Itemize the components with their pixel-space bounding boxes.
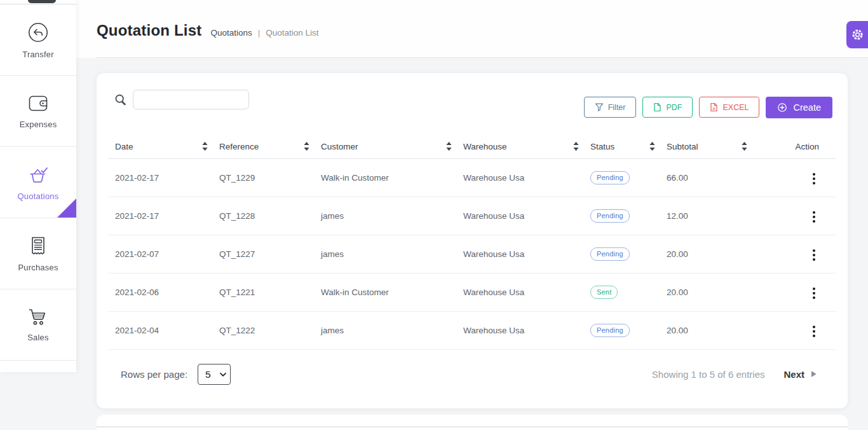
sidebar-item-sales[interactable]: Sales — [0, 289, 76, 361]
cell-subtotal: 12.00 — [660, 197, 752, 235]
cell-subtotal: 20.00 — [660, 311, 752, 349]
sidebar-item-quotations[interactable]: Quotations — [0, 147, 76, 218]
filter-button[interactable]: Filter — [584, 97, 637, 118]
content: Filter PDF — [76, 58, 868, 430]
transfer-icon — [27, 21, 50, 44]
table-row: 2021-02-07 QT_1227 james Warehouse Usa P… — [109, 235, 836, 273]
column-header-warehouse[interactable]: Warehouse — [457, 135, 584, 158]
sort-icon[interactable] — [304, 142, 309, 151]
column-header-status[interactable]: Status — [584, 135, 660, 158]
cell-customer: james — [315, 235, 457, 273]
table-row: 2021-02-06 QT_1221 Walk-in Customer Ware… — [109, 273, 836, 311]
cell-warehouse: Warehouse Usa — [457, 273, 584, 311]
cell-customer: james — [315, 197, 457, 235]
receipt-icon — [27, 235, 49, 257]
funnel-icon — [595, 103, 604, 111]
pagination-right: Showing 1 to 5 of 6 entries Next — [652, 369, 817, 380]
sidebar-item-label: Transfer — [22, 50, 54, 59]
wallet-icon — [27, 93, 50, 114]
plus-circle-icon — [777, 102, 787, 113]
rows-per-page-label: Rows per page: — [121, 369, 187, 380]
row-actions-menu-button[interactable] — [809, 209, 819, 225]
rows-per-page: Rows per page: 5 — [121, 364, 231, 385]
sidebar-item-purchases[interactable]: Purchases — [0, 218, 76, 289]
cell-warehouse: Warehouse Usa — [457, 311, 584, 349]
column-header-customer[interactable]: Customer — [315, 135, 457, 158]
sort-icon[interactable] — [446, 142, 452, 151]
excel-button-label: EXCEL — [722, 103, 749, 112]
pdf-button[interactable]: PDF — [642, 97, 693, 118]
row-actions-menu-button[interactable] — [809, 170, 819, 187]
cell-date: 2021-02-17 — [109, 158, 213, 197]
cell-date: 2021-02-04 — [109, 311, 213, 349]
pagination-footer: Rows per page: 5 Showing 1 to 5 of 6 ent… — [97, 350, 848, 385]
excel-file-icon — [710, 102, 718, 112]
cell-reference: QT_1222 — [213, 311, 315, 349]
table-row: 2021-02-17 QT_1229 Walk-in Customer Ware… — [109, 158, 836, 197]
cell-reference: QT_1221 — [213, 273, 315, 311]
breadcrumb-item-quotations[interactable]: Quotations — [210, 28, 252, 38]
page-title: Quotation List — [97, 22, 201, 39]
table-row: 2021-02-04 QT_1222 james Warehouse Usa P… — [109, 311, 836, 349]
sidebar-item-label: Expenses — [20, 120, 57, 129]
next-button-label: Next — [783, 369, 804, 380]
cell-date: 2021-02-07 — [109, 235, 213, 273]
row-actions-menu-button[interactable] — [809, 285, 819, 302]
cell-customer: Walk-in Customer — [315, 273, 457, 311]
chevron-right-icon — [810, 370, 817, 378]
next-section-divider — [97, 415, 848, 427]
active-corner-triangle — [57, 198, 76, 218]
cell-date: 2021-02-06 — [109, 273, 213, 311]
cell-warehouse: Warehouse Usa — [457, 158, 584, 197]
showing-entries-text: Showing 1 to 5 of 6 entries — [652, 369, 765, 380]
status-badge: Sent — [590, 286, 618, 299]
sort-icon[interactable] — [573, 142, 579, 151]
filter-button-label: Filter — [608, 103, 626, 112]
create-button-label: Create — [793, 102, 821, 113]
cell-reference: QT_1227 — [213, 235, 315, 273]
sidebar-item-label: Sales — [27, 333, 49, 342]
row-actions-menu-button[interactable] — [809, 247, 819, 263]
next-page-button[interactable]: Next — [783, 369, 817, 380]
pdf-file-icon — [653, 102, 661, 112]
sort-icon[interactable] — [202, 142, 208, 151]
excel-button[interactable]: EXCEL — [699, 97, 759, 118]
quotation-table: Date Reference Customer Warehouse Status… — [109, 135, 836, 350]
pdf-button-label: PDF — [666, 103, 682, 112]
column-header-date[interactable]: Date — [109, 135, 213, 158]
breadcrumb-separator: | — [258, 28, 261, 38]
cell-date: 2021-02-17 — [109, 197, 213, 235]
cell-subtotal: 66.00 — [660, 158, 752, 197]
cart-icon — [27, 307, 50, 327]
cell-reference: QT_1229 — [213, 158, 315, 197]
settings-button[interactable] — [846, 21, 868, 48]
row-actions-menu-button[interactable] — [809, 323, 819, 340]
breadcrumb: Quotations | Quotation List — [210, 28, 318, 38]
next-section-partial — [97, 415, 848, 430]
sort-icon[interactable] — [742, 142, 747, 151]
sort-icon[interactable] — [649, 142, 655, 151]
sidebar: Transfer Expenses Quotati — [0, 0, 76, 372]
cell-warehouse: Warehouse Usa — [457, 197, 584, 235]
gear-icon — [851, 28, 864, 41]
toolbar-buttons: Filter PDF — [584, 97, 832, 118]
search-icon — [114, 94, 127, 106]
sidebar-item-transfer[interactable]: Transfer — [0, 4, 76, 76]
column-header-reference[interactable]: Reference — [213, 135, 315, 158]
create-button[interactable]: Create — [766, 97, 832, 118]
sidebar-item-label: Purchases — [18, 263, 58, 272]
search-input[interactable] — [133, 90, 249, 109]
status-badge: Pending — [590, 324, 630, 337]
column-header-subtotal[interactable]: Subtotal — [660, 135, 752, 158]
sidebar-item-label: Quotations — [18, 191, 59, 201]
cell-warehouse: Warehouse Usa — [457, 235, 584, 273]
main-area: Quotation List Quotations | Quotation Li… — [76, 0, 868, 430]
quotation-list-card: Filter PDF — [97, 73, 848, 408]
sidebar-item-expenses[interactable]: Expenses — [0, 76, 76, 147]
cell-subtotal: 20.00 — [660, 273, 752, 311]
cell-customer: Walk-in Customer — [315, 158, 457, 197]
basket-check-icon — [26, 164, 50, 186]
cell-customer: james — [315, 311, 457, 349]
cut-off-icon-fragment — [28, 0, 56, 3]
rows-per-page-select[interactable]: 5 — [198, 364, 231, 385]
